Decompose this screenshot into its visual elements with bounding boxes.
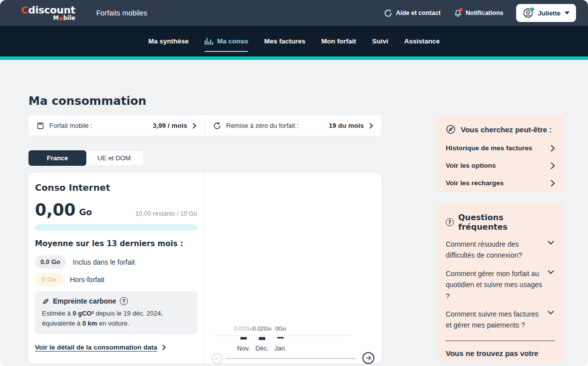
conso-chart-panel: 0.01Go Nov. 0.02Go Déc. 0Go Jan. — [205, 173, 381, 364]
product-label: Forfaits mobiles — [96, 9, 147, 17]
link-historique-factures[interactable]: Historique de mes factures — [446, 144, 555, 152]
link-voir-options[interactable]: Voir les options — [446, 162, 555, 169]
used-amount: 0,00 — [35, 202, 75, 218]
chart-prev-arrow-button[interactable] — [212, 353, 223, 364]
faq-question-factures[interactable]: Comment suivre mes factures et gérer mes… — [446, 309, 555, 331]
notification-badge-dot — [459, 8, 463, 11]
tab-france[interactable]: France — [28, 150, 86, 166]
over-label: Hors-forfait — [70, 276, 104, 284]
faq-box: ? Questions fréquentes Comment résoudre … — [437, 203, 564, 362]
chevron-right-icon — [551, 180, 555, 187]
reset-value: 19 du mois — [328, 122, 364, 129]
suggestions-title: Vous cherchez peut-être : — [461, 125, 552, 134]
sim-card-icon — [36, 122, 44, 130]
notifications-button[interactable]: Notifications — [454, 8, 504, 18]
plan-value: 3,99 / mois — [153, 122, 187, 129]
tab-ue-et-dom[interactable]: UE et DOM — [85, 150, 144, 166]
question-circle-icon: ? — [446, 218, 454, 226]
top-header: Cdiscount Mbile Forfaits mobiles Aide et… — [0, 0, 588, 26]
monthly-usage-bar-chart: 0.01Go Nov. 0.02Go Déc. 0Go Jan. — [205, 303, 381, 364]
plan-label: Forfait mobile : — [49, 122, 92, 129]
header-actions: Aide et contact Notifications — [384, 4, 576, 22]
chevron-down-icon — [548, 241, 554, 245]
tab-assistance[interactable]: Assistance — [404, 34, 440, 48]
plan-reset-row[interactable]: Remise à zéro du forfait : 19 du mois — [205, 115, 381, 136]
suggestions-box: Vous cherchez peut-être : Historique de … — [437, 115, 564, 192]
data-detail-link[interactable]: Voir le détail de la consommation data — [35, 344, 197, 351]
cdiscount-mobile-logo[interactable]: Cdiscount Mbile — [21, 5, 75, 21]
tab-mon-forfait[interactable]: Mon forfait — [321, 34, 356, 48]
over-row: 0 Go Hors-forfait — [35, 273, 197, 286]
screen: Cdiscount Mbile Forfaits mobiles Aide et… — [0, 0, 588, 366]
bar-chart-icon — [205, 38, 213, 45]
user-name: Juliette — [538, 9, 561, 17]
plan-info-bar: Forfait mobile : 3,99 / mois Remise à zé… — [28, 115, 381, 136]
logo-text: Cdiscount — [21, 5, 75, 15]
conso-internet-card: Conso Internet 0,00 Go 10,00 restants / … — [28, 173, 381, 364]
remaining-text: 10,00 restants / 10 Go — [135, 210, 197, 218]
bar-jan — [278, 337, 284, 339]
bell-icon — [454, 8, 462, 18]
average-title: Moyenne sur les 13 derniers mois : — [35, 239, 197, 248]
plan-price-row[interactable]: Forfait mobile : 3,99 / mois — [28, 115, 205, 136]
chevron-down-icon — [565, 11, 570, 14]
faq-divider — [446, 341, 555, 341]
chevron-right-icon — [162, 345, 166, 351]
tab-mes-factures[interactable]: Mes factures — [264, 34, 305, 48]
carbon-title: Empreinte carbone — [53, 297, 116, 305]
no-answer-title: Vous ne trouvez pas votre réponse? — [446, 348, 546, 362]
chart-column-jan[interactable]: 0Go Jan. — [265, 303, 296, 364]
included-row: 0.0 Go Inclus dans le forfait — [35, 255, 197, 269]
over-badge: 0 Go — [35, 273, 63, 286]
carbon-footprint-box: Empreinte carbone ? Estimée à 0 gCO² dep… — [35, 291, 197, 334]
leaf-icon — [42, 298, 49, 305]
chevron-right-icon — [551, 145, 555, 152]
chart-next-arrow-button[interactable] — [362, 352, 374, 364]
tab-ma-synthese[interactable]: Ma synthèse — [148, 34, 189, 48]
used-unit: Go — [79, 207, 92, 218]
included-badge: 0.0 Go — [35, 255, 66, 269]
help-icon — [384, 9, 392, 17]
tab-ma-conso[interactable]: Ma conso — [205, 34, 248, 48]
chevron-right-icon — [551, 162, 555, 169]
reset-label: Remise à zéro du forfait : — [226, 122, 298, 129]
faq-question-forfait[interactable]: Comment gérer mon forfait au quotidien e… — [446, 268, 555, 302]
carbon-help-icon[interactable]: ? — [120, 297, 128, 305]
chevron-down-icon — [548, 270, 554, 274]
faq-title: Questions fréquentes — [458, 213, 555, 232]
data-progress-bar — [35, 224, 197, 231]
month-label: Jan. — [265, 345, 296, 352]
chevron-right-icon — [369, 123, 373, 129]
avatar-icon — [523, 7, 534, 18]
teal-accent-bar — [0, 56, 588, 60]
chart-scroll-track[interactable] — [226, 358, 355, 359]
tab-suivi[interactable]: Suivi — [372, 34, 388, 48]
included-label: Inclus dans le forfait — [73, 258, 135, 266]
main-nav: Ma synthèse Ma conso Mes factures Mon fo… — [0, 26, 588, 56]
link-voir-recharges[interactable]: Voir les recharges — [446, 179, 555, 187]
help-contact-button[interactable]: Aide et contact — [384, 9, 441, 17]
page-title: Ma consommation — [28, 94, 146, 107]
zone-tabs: France UE et DOM — [28, 150, 144, 166]
logo-orange-dot — [59, 17, 63, 20]
faq-question-connexion[interactable]: Comment résoudre des difficultés de conn… — [446, 239, 555, 261]
carbon-text: Estimée à 0 gCO² depuis le 19 déc. 2024,… — [42, 309, 190, 328]
conso-card-title: Conso Internet — [35, 182, 197, 193]
conso-amount-row: 0,00 Go 10,00 restants / 10 Go — [35, 202, 197, 218]
chevron-down-icon — [548, 311, 554, 315]
user-menu-button[interactable]: Juliette — [516, 4, 576, 22]
compass-icon — [446, 124, 456, 134]
chevron-right-icon — [192, 123, 197, 129]
conso-summary-panel: Conso Internet 0,00 Go 10,00 restants / … — [28, 173, 204, 364]
reset-icon — [213, 122, 221, 130]
bar-value-label: 0Go — [265, 326, 296, 332]
